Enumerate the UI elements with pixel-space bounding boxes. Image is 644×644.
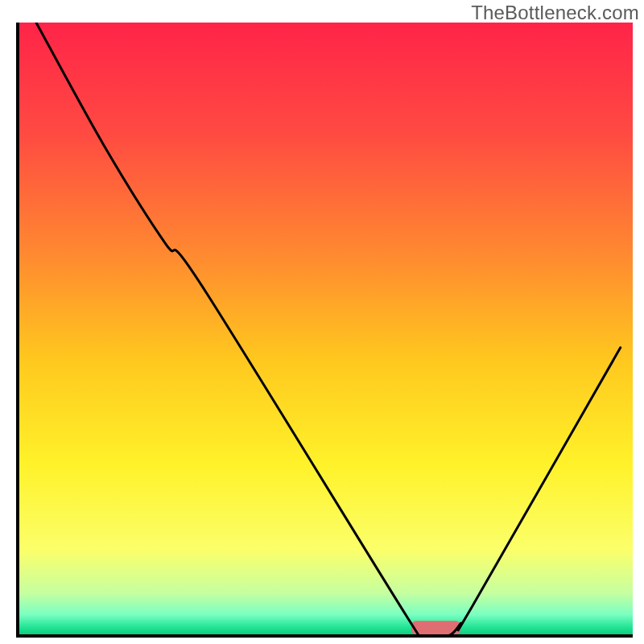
watermark-text: TheBottleneck.com (471, 2, 639, 24)
chart-stage: TheBottleneck.com (0, 0, 644, 644)
bottleneck-chart (0, 0, 644, 644)
plot-background (18, 23, 633, 636)
